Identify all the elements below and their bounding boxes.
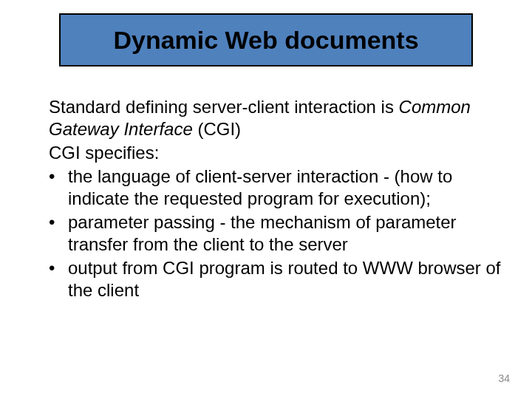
list-item: the language of client-server interactio… [27, 166, 505, 210]
paragraph-specifies: CGI specifies: [27, 142, 505, 164]
list-item: output from CGI program is routed to WWW… [27, 257, 505, 301]
p1-suffix: (CGI) [193, 119, 241, 139]
p1-prefix: Standard defining server-client interact… [49, 97, 399, 117]
bullet-list: the language of client-server interactio… [27, 166, 505, 301]
title-box: Dynamic Web documents [59, 13, 473, 66]
list-item: parameter passing - the mechanism of par… [27, 211, 505, 256]
paragraph-intro: Standard defining server-client interact… [27, 96, 505, 140]
page-number: 34 [498, 372, 510, 384]
slide: Dynamic Web documents Standard defining … [0, 0, 532, 399]
body-text: Standard defining server-client interact… [27, 96, 505, 303]
slide-title: Dynamic Web documents [113, 26, 418, 55]
